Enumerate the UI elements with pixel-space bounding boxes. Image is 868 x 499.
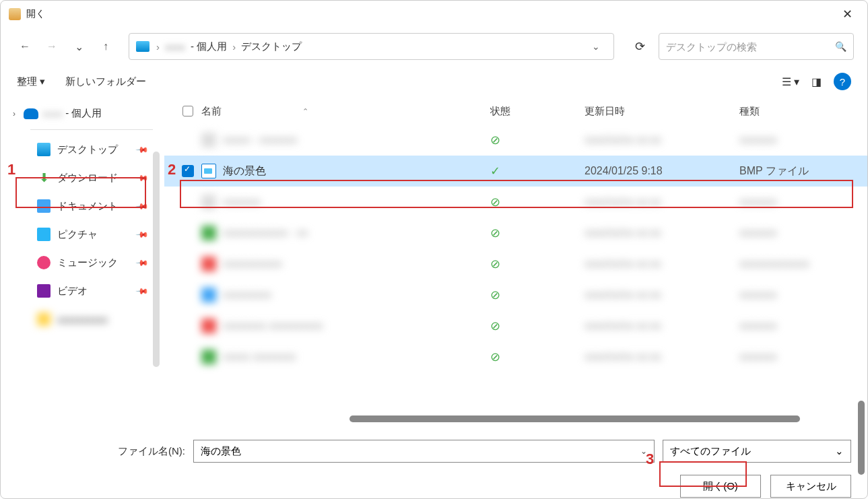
up-button[interactable]: ↑: [95, 36, 116, 57]
sidebar-onedrive[interactable]: › xxxx - 個人用: [10, 103, 153, 124]
view-mode-button[interactable]: ☰ ▾: [782, 75, 799, 88]
sidebar-item-music[interactable]: ミュージック 📌: [10, 248, 153, 277]
sidebar-item-label: ビデオ: [57, 285, 88, 298]
address-bar[interactable]: › xxxx - 個人用 › デスクトップ ⌄: [129, 33, 614, 60]
file-row-selected[interactable]: 海の景色 ✓ 2024/01/25 9:18 BMP ファイル: [164, 156, 867, 187]
file-row[interactable]: xxxxxxxxx ⊘ xxxx/xx/xx xx:xx xxxxxxx: [164, 279, 867, 310]
chevron-right-icon: ›: [156, 41, 160, 53]
sync-status-icon: ⊘: [490, 133, 585, 147]
search-icon[interactable]: 🔍: [835, 41, 846, 52]
bottom-area: ファイル名(N): 海の景色 ⌄ すべてのファイル ⌄ 開く(O) キャンセル: [1, 428, 867, 499]
file-icon: [201, 288, 216, 302]
search-input[interactable]: [666, 41, 835, 53]
folder-icon: [37, 312, 51, 326]
sidebar-item-label: ダウンロード: [57, 172, 118, 185]
file-row[interactable]: xxxxxxx ⊘ xxxx/xx/xx xx:xx xxxxxxx: [164, 187, 867, 218]
document-icon: [37, 199, 51, 213]
organize-button[interactable]: 整理 ▾: [17, 75, 45, 88]
sync-status-icon: ⊘: [490, 257, 585, 271]
breadcrumb-user[interactable]: xxxx: [165, 41, 185, 53]
sidebar-user: xxxx: [42, 108, 63, 119]
column-headers: 名前⌃ 状態 更新日時 種類: [161, 98, 867, 125]
preview-pane-button[interactable]: ◨: [811, 75, 822, 88]
search-box[interactable]: 🔍: [659, 33, 854, 60]
nav-bar: ← → ⌄ ↑ › xxxx - 個人用 › デスクトップ ⌄ ⟳ 🔍: [1, 28, 867, 65]
back-button[interactable]: ←: [14, 36, 36, 57]
file-rows: xxxxx - xxxxxxx ⊘ xxxx/xx/xx xx:xx xxxxx…: [161, 125, 867, 372]
pin-icon: 📌: [135, 228, 149, 242]
chevron-right-icon: ›: [13, 109, 24, 119]
file-row[interactable]: xxxxxxxx xxxxxxxxxx ⊘ xxxx/xx/xx xx:xx x…: [164, 310, 867, 341]
file-icon: [201, 257, 216, 271]
breadcrumb[interactable]: › xxxx - 個人用 › デスクトップ: [156, 40, 585, 53]
sync-status-icon: ⊘: [490, 350, 585, 364]
new-folder-button[interactable]: 新しいフォルダー: [65, 75, 146, 88]
sidebar-item-documents[interactable]: ドキュメント 📌: [10, 192, 153, 220]
chevron-down-icon: ▾: [40, 75, 45, 88]
sidebar-item-label: ミュージック: [57, 257, 118, 269]
desktop-icon: [37, 143, 51, 156]
pin-icon: 📌: [135, 171, 149, 185]
sidebar-item-pictures[interactable]: ピクチャ 📌: [10, 220, 153, 248]
filename-label: ファイル名(N):: [118, 445, 185, 458]
filename-input[interactable]: 海の景色 ⌄: [193, 440, 655, 463]
sidebar: › xxxx - 個人用 デスクトップ 📌 ⬇ ダウンロード 📌 ドキュメント …: [1, 98, 161, 428]
breadcrumb-desktop[interactable]: デスクトップ: [241, 40, 302, 53]
pin-icon: 📌: [135, 284, 149, 298]
file-list-area: 名前⌃ 状態 更新日時 種類 xxxxx - xxxxxxx ⊘ xxxx/xx…: [161, 98, 867, 428]
sidebar-item-label: xxxxxxxxxx: [57, 314, 108, 325]
file-icon: [201, 319, 216, 333]
bmp-file-icon: [201, 164, 216, 178]
file-row[interactable]: xxxxxxxxxxxx - xx ⊘ xxxx/xx/xx xx:xx xxx…: [164, 218, 867, 248]
vertical-scrollbar[interactable]: [858, 401, 865, 475]
chevron-right-icon: ›: [232, 41, 236, 53]
file-icon: [201, 226, 216, 240]
divider: [30, 129, 153, 130]
annotation-3: 3: [646, 451, 654, 468]
body-area: › xxxx - 個人用 デスクトップ 📌 ⬇ ダウンロード 📌 ドキュメント …: [1, 98, 867, 428]
sidebar-item-folder[interactable]: xxxxxxxxxx: [10, 305, 153, 333]
sidebar-item-downloads[interactable]: ⬇ ダウンロード 📌: [10, 164, 153, 192]
dialog-title: 開く: [26, 8, 45, 20]
file-name: 海の景色: [223, 164, 490, 178]
toolbar: 整理 ▾ 新しいフォルダー ☰ ▾ ◨ ?: [1, 65, 867, 98]
chevron-down-icon: ▾: [794, 75, 799, 88]
cancel-button[interactable]: キャンセル: [770, 475, 851, 498]
file-icon: [201, 133, 216, 147]
pin-icon: 📌: [135, 143, 149, 157]
file-row[interactable]: xxxxx xxxxxxxx ⊘ xxxx/xx/xx xx:xx xxxxxx…: [164, 341, 867, 372]
file-row[interactable]: xxxxxxxxxxx ⊘ xxxx/xx/xx xx:xx xxxxxxxxx…: [164, 248, 867, 279]
file-modified: 2024/01/25 9:18: [585, 165, 739, 177]
select-all-checkbox[interactable]: [174, 106, 201, 117]
sidebar-item-label: ドキュメント: [57, 200, 118, 213]
close-icon[interactable]: ✕: [836, 4, 859, 24]
column-modified[interactable]: 更新日時: [585, 105, 739, 118]
sync-status-icon: ⊘: [490, 288, 585, 302]
breadcrumb-personal[interactable]: - 個人用: [191, 40, 227, 53]
row-checkbox[interactable]: [174, 165, 201, 177]
help-button[interactable]: ?: [834, 73, 851, 90]
file-icon: [201, 195, 216, 209]
column-type[interactable]: 種類: [739, 105, 867, 118]
file-type: BMP ファイル: [739, 164, 867, 178]
open-button[interactable]: 開く(O): [680, 475, 761, 498]
sidebar-scrollbar[interactable]: [153, 152, 160, 367]
filetype-filter[interactable]: すべてのファイル ⌄: [663, 440, 851, 463]
sidebar-item-label: デスクトップ: [57, 143, 118, 156]
video-icon: [37, 284, 51, 298]
pictures-icon: [37, 228, 51, 241]
forward-button[interactable]: →: [41, 36, 63, 57]
chevron-down-icon: ⌄: [835, 445, 844, 457]
address-dropdown[interactable]: ⌄: [585, 41, 607, 52]
recent-button[interactable]: ⌄: [68, 36, 90, 57]
file-row[interactable]: xxxxx - xxxxxxx ⊘ xxxx/xx/xx xx:xx xxxxx…: [164, 125, 867, 156]
horizontal-scrollbar[interactable]: [349, 415, 800, 422]
sync-status-icon: ⊘: [490, 226, 585, 240]
column-state[interactable]: 状態: [490, 105, 585, 118]
refresh-button[interactable]: ⟳: [626, 33, 653, 60]
sidebar-item-desktop[interactable]: デスクトップ 📌: [10, 135, 153, 164]
sync-status-icon: ✓: [490, 164, 585, 178]
sidebar-item-label: ピクチャ: [57, 228, 98, 241]
sidebar-item-videos[interactable]: ビデオ 📌: [10, 277, 153, 305]
column-name[interactable]: 名前⌃: [201, 105, 490, 118]
